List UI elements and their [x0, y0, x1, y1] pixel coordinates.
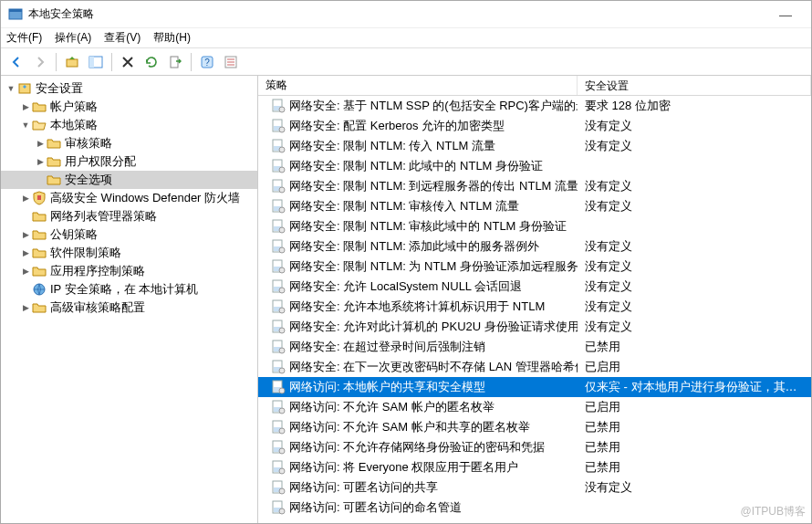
tree-item[interactable]: ▶帐户策略: [1, 98, 257, 116]
tree-label: 公钥策略: [50, 226, 98, 243]
policy-name: 网络安全: 在超过登录时间后强制注销: [289, 339, 485, 355]
navigation-tree[interactable]: ▼ 安全设置 ▶帐户策略▼本地策略▶审核策略▶用户权限分配安全选项▶高级安全 W…: [1, 76, 258, 524]
list-row[interactable]: 网络安全: 限制 NTLM: 此域中的 NTLM 身份验证: [258, 156, 811, 176]
policy-icon: [271, 299, 286, 314]
list-row[interactable]: 网络安全: 限制 NTLM: 添加此域中的服务器例外没有定义: [258, 236, 811, 257]
expander-icon[interactable]: ▶: [34, 139, 47, 148]
help-button[interactable]: ?: [197, 52, 217, 72]
list-row[interactable]: 网络安全: 限制 NTLM: 审核传入 NTLM 流量没有定义: [258, 196, 811, 216]
list-row[interactable]: 网络安全: 允许对此计算机的 PKU2U 身份验证请求使用联机...没有定义: [258, 317, 811, 337]
tree-item[interactable]: ▼本地策略: [1, 116, 257, 134]
forward-button[interactable]: [30, 52, 50, 72]
expander-icon[interactable]: ▶: [19, 248, 32, 257]
minimize-button[interactable]: —: [767, 7, 804, 22]
policy-name: 网络访问: 不允许 SAM 帐户的匿名枚举: [289, 399, 494, 415]
tree-item[interactable]: ▶用户权限分配: [1, 152, 257, 171]
list-row[interactable]: 网络安全: 在下一次更改密码时不存储 LAN 管理器哈希值已启用: [258, 357, 811, 377]
list-row[interactable]: 网络访问: 本地帐户的共享和安全模型仅来宾 - 对本地用户进行身份验证，其身份为…: [258, 377, 811, 397]
tree-label: 网络列表管理器策略: [50, 208, 157, 225]
column-setting[interactable]: 安全设置: [578, 76, 811, 95]
list-row[interactable]: 网络安全: 允许 LocalSystem NULL 会话回退没有定义: [258, 277, 811, 297]
tree-item[interactable]: ▶高级审核策略配置: [1, 299, 257, 317]
tree-label: 应用程序控制策略: [50, 263, 145, 279]
expander-icon[interactable]: ▶: [19, 194, 32, 203]
policy-icon: [271, 400, 286, 414]
delete-button[interactable]: [118, 52, 138, 72]
menu-help[interactable]: 帮助(H): [153, 30, 191, 46]
list-row[interactable]: 网络安全: 基于 NTLM SSP 的(包括安全 RPC)客户端的最小...要求…: [258, 96, 811, 116]
tree-label: IP 安全策略，在 本地计算机: [50, 281, 198, 298]
tree-item[interactable]: IP 安全策略，在 本地计算机: [1, 280, 257, 299]
policy-icon: [271, 440, 286, 455]
menu-file[interactable]: 文件(F): [6, 30, 42, 46]
expander-icon[interactable]: ▶: [19, 267, 32, 276]
policy-setting: 已启用: [578, 399, 811, 415]
back-button[interactable]: [6, 52, 26, 72]
policy-name: 网络访问: 可匿名访问的命名管道: [289, 499, 462, 516]
policy-icon: [271, 179, 286, 194]
list-row[interactable]: 网络访问: 可匿名访问的命名管道: [258, 498, 811, 518]
policy-setting: 已禁用: [578, 459, 811, 476]
expander-icon[interactable]: ▼: [19, 121, 32, 130]
list-row[interactable]: 网络访问: 不允许 SAM 帐户和共享的匿名枚举已禁用: [258, 417, 811, 437]
expander-icon[interactable]: ▶: [19, 230, 32, 239]
list-row[interactable]: 网络安全: 限制 NTLM: 审核此域中的 NTLM 身份验证: [258, 216, 811, 236]
expander-icon[interactable]: ▶: [19, 102, 32, 111]
tree-label: 安全选项: [65, 172, 112, 188]
tree-root[interactable]: ▼ 安全设置: [1, 79, 257, 98]
policy-setting: 仅来宾 - 对本地用户进行身份验证，其身份为来宾: [578, 379, 811, 395]
tree-label: 高级审核策略配置: [50, 299, 145, 316]
list-header: 策略 安全设置: [258, 76, 811, 96]
svg-point-41: [279, 267, 285, 273]
folder-icon: [32, 209, 47, 224]
policy-setting: 没有定义: [578, 238, 811, 255]
tree-label: 安全设置: [36, 80, 83, 97]
svg-point-74: [279, 488, 285, 494]
list-row[interactable]: 网络安全: 配置 Kerberos 允许的加密类型没有定义: [258, 116, 811, 136]
policy-setting: 没有定义: [578, 479, 811, 496]
expander-icon[interactable]: ▼: [5, 84, 17, 93]
list-row[interactable]: 网络安全: 限制 NTLM: 传入 NTLM 流量没有定义: [258, 136, 811, 156]
column-policy[interactable]: 策略: [258, 76, 578, 95]
policy-setting: 没有定义: [578, 258, 811, 275]
policy-icon: [271, 199, 286, 214]
tree-item[interactable]: 网络列表管理器策略: [1, 207, 257, 225]
export-button[interactable]: [165, 52, 185, 72]
show-hide-tree-button[interactable]: [86, 52, 106, 72]
menu-view[interactable]: 查看(V): [104, 30, 141, 46]
list-row[interactable]: 网络安全: 允许本地系统将计算机标识用于 NTLM没有定义: [258, 297, 811, 317]
properties-button[interactable]: [221, 52, 241, 72]
tree-item[interactable]: ▶软件限制策略: [1, 244, 257, 262]
list-row[interactable]: 网络安全: 在超过登录时间后强制注销已禁用: [258, 337, 811, 357]
svg-point-59: [279, 388, 285, 393]
policy-setting: 没有定义: [578, 278, 811, 295]
expander-icon[interactable]: ▶: [19, 303, 32, 312]
svg-point-47: [279, 308, 285, 313]
tree-item[interactable]: ▶应用程序控制策略: [1, 262, 257, 280]
menu-action[interactable]: 操作(A): [55, 30, 91, 46]
policy-icon: [271, 340, 286, 354]
tree-item[interactable]: ▶审核策略: [1, 134, 257, 152]
policy-icon: [271, 480, 286, 495]
list-row[interactable]: 网络访问: 不允许 SAM 帐户的匿名枚举已启用: [258, 397, 811, 417]
list-row[interactable]: 网络安全: 限制 NTLM: 到远程服务器的传出 NTLM 流量没有定义: [258, 176, 811, 196]
list-body[interactable]: 网络安全: 基于 NTLM SSP 的(包括安全 RPC)客户端的最小...要求…: [258, 96, 811, 524]
policy-name: 网络安全: 在下一次更改密码时不存储 LAN 管理器哈希值: [289, 359, 578, 375]
tree-item[interactable]: ▶公钥策略: [1, 225, 257, 244]
list-row[interactable]: 网络安全: 限制 NTLM: 为 NTLM 身份验证添加远程服务器例...没有定…: [258, 257, 811, 277]
up-button[interactable]: [62, 52, 82, 72]
ip-policy-icon: [32, 282, 47, 297]
list-row[interactable]: 网络访问: 不允许存储网络身份验证的密码和凭据已禁用: [258, 437, 811, 457]
policy-setting: 没有定义: [578, 118, 811, 134]
list-row[interactable]: 网络访问: 将 Everyone 权限应用于匿名用户已禁用: [258, 457, 811, 477]
expander-icon[interactable]: ▶: [34, 157, 47, 166]
tree-item[interactable]: 安全选项: [1, 171, 257, 189]
toolbar-separator: [191, 53, 192, 71]
tree-item[interactable]: ▶高级安全 Windows Defender 防火墙: [1, 189, 257, 207]
policy-name: 网络访问: 可匿名访问的共享: [289, 479, 438, 496]
policy-name: 网络访问: 不允许存储网络身份验证的密码和凭据: [289, 439, 545, 456]
refresh-button[interactable]: [141, 52, 161, 72]
list-row[interactable]: 网络访问: 可匿名访问的共享没有定义: [258, 477, 811, 498]
policy-name: 网络安全: 基于 NTLM SSP 的(包括安全 RPC)客户端的最小...: [289, 98, 578, 114]
policy-name: 网络访问: 不允许 SAM 帐户和共享的匿名枚举: [289, 419, 530, 435]
